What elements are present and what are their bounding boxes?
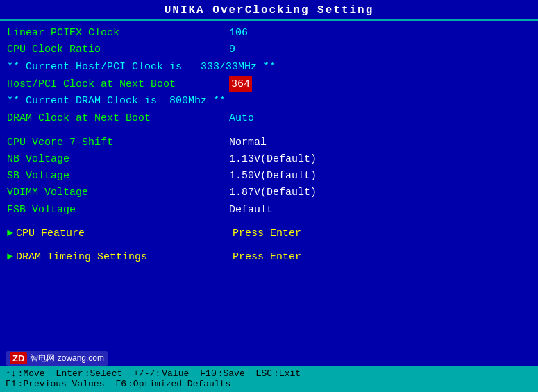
footer-exit-key: ESC	[256, 368, 272, 379]
cpu-vcore-row[interactable]: CPU Vcore 7-Shift Normal	[7, 135, 531, 151]
footer: ↑↓ :Move Enter :Select +/-/: Value F10 :…	[0, 366, 538, 392]
dram-timeing-arrow: ►	[7, 249, 13, 265]
footer-prev-desc: :Previous Values	[18, 379, 105, 389]
footer-optimized-key: F6	[115, 379, 126, 389]
bios-screen: UNIKA OverClocking Setting Linear PCIEX …	[0, 0, 538, 392]
footer-row-1: ↑↓ :Move Enter :Select +/-/: Value F10 :…	[6, 368, 532, 379]
cpu-clock-ratio-row[interactable]: CPU Clock Ratio 9	[7, 42, 531, 58]
vdimm-voltage-value: 1.87V(Default)	[229, 185, 317, 201]
footer-select: Enter :Select	[56, 368, 123, 379]
host-pci-next-boot-value: 364	[229, 76, 252, 92]
host-pci-next-boot-row[interactable]: Host/PCI Clock at Next Boot 364	[7, 76, 531, 92]
fsb-voltage-row[interactable]: FSB Voltage Default	[7, 202, 531, 218]
cpu-feature-value: Press Enter	[233, 225, 301, 241]
vdimm-voltage-label: VDIMM Voltage	[7, 185, 229, 201]
nb-voltage-label: NB Voltage	[7, 151, 229, 167]
footer-value: +/-/: Value	[133, 368, 189, 379]
main-content: Linear PCIEX Clock 106 CPU Clock Ratio 9…	[0, 21, 538, 366]
sb-voltage-value: 1.50V(Default)	[229, 168, 317, 184]
linear-pciex-row[interactable]: Linear PCIEX Clock 106	[7, 25, 531, 41]
current-dram-row: ** Current DRAM Clock is 800Mhz **	[7, 93, 531, 110]
fsb-voltage-value: Default	[229, 202, 273, 218]
title-bar: UNIKA OverClocking Setting	[0, 0, 538, 19]
footer-select-key: Enter	[56, 368, 83, 379]
footer-value-key: +/-/:	[133, 368, 160, 379]
cpu-feature-label: CPU Feature	[16, 225, 233, 241]
footer-row-2: F1 :Previous Values F6 :Optimized Defaul…	[6, 379, 532, 389]
cpu-vcore-label: CPU Vcore 7-Shift	[7, 135, 229, 151]
sb-voltage-label: SB Voltage	[7, 168, 229, 184]
zd-logo: ZD	[10, 352, 27, 364]
cpu-feature-row[interactable]: ► CPU Feature Press Enter	[7, 225, 531, 241]
linear-pciex-label: Linear PCIEX Clock	[7, 25, 229, 41]
footer-optimized-desc: :Optimized Defaults	[128, 379, 230, 389]
footer-save-desc: :Save	[218, 368, 245, 379]
footer-move: ↑↓ :Move	[6, 368, 45, 379]
footer-select-desc: :Select	[85, 368, 123, 379]
dram-timeing-label: DRAM Timeing Settings	[16, 249, 233, 265]
fsb-voltage-label: FSB Voltage	[7, 202, 229, 218]
cpu-vcore-value: Normal	[229, 135, 267, 151]
footer-optimized: F6 :Optimized Defaults	[115, 379, 230, 389]
footer-prev-key: F1	[6, 379, 17, 389]
current-host-pci-text: ** Current Host/PCI Clock is 333/33MHz *…	[7, 59, 276, 75]
nb-voltage-row[interactable]: NB Voltage 1.13V(Default)	[7, 151, 531, 167]
dram-clock-next-boot-row[interactable]: DRAM Clock at Next Boot Auto	[7, 110, 531, 126]
footer-prev-values: F1 :Previous Values	[6, 379, 104, 389]
footer-save-key: F10	[200, 368, 216, 379]
footer-move-key: ↑↓	[6, 368, 17, 379]
dram-clock-next-boot-value: Auto	[229, 110, 254, 126]
current-dram-text: ** Current DRAM Clock is 800Mhz **	[7, 93, 226, 109]
footer-exit: ESC :Exit	[256, 368, 301, 379]
dram-timeing-value: Press Enter	[233, 249, 301, 265]
current-host-pci-row: ** Current Host/PCI Clock is 333/33MHz *…	[7, 59, 531, 76]
cpu-feature-arrow: ►	[7, 225, 13, 241]
dram-timeing-row[interactable]: ► DRAM Timeing Settings Press Enter	[7, 249, 531, 265]
cpu-clock-ratio-label: CPU Clock Ratio	[7, 42, 229, 58]
footer-exit-desc: :Exit	[274, 368, 301, 379]
watermark-text: 智电网 zowang.com	[30, 352, 104, 364]
sb-voltage-row[interactable]: SB Voltage 1.50V(Default)	[7, 168, 531, 184]
linear-pciex-value: 106	[229, 25, 248, 41]
nb-voltage-value: 1.13V(Default)	[229, 151, 317, 167]
cpu-clock-ratio-value: 9	[229, 42, 235, 58]
vdimm-voltage-row[interactable]: VDIMM Voltage 1.87V(Default)	[7, 185, 531, 201]
footer-save: F10 :Save	[200, 368, 244, 379]
footer-move-desc: :Move	[18, 368, 45, 379]
dram-clock-next-boot-label: DRAM Clock at Next Boot	[7, 110, 229, 126]
host-pci-next-boot-label: Host/PCI Clock at Next Boot	[7, 76, 229, 92]
title-text: UNIKA OverClocking Setting	[165, 4, 374, 17]
footer-value-desc: Value	[162, 368, 189, 379]
watermark: ZD 智电网 zowang.com	[6, 351, 108, 366]
